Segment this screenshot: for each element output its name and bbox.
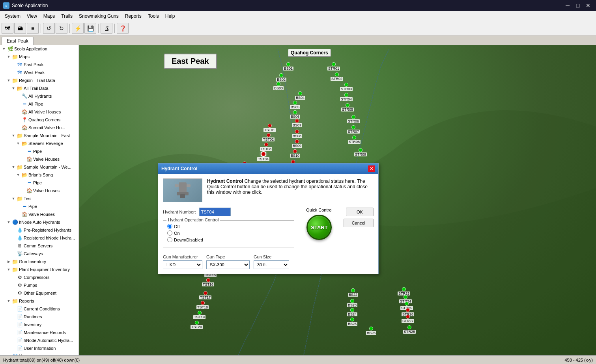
sidebar-item-hnode-auto[interactable]: 📄 hNode Automatic Hydra... — [0, 336, 78, 344]
radio-on[interactable] — [167, 230, 172, 236]
hydrant-TST02[interactable]: TST02 — [262, 133, 275, 141]
toolbar-map-btn[interactable]: 🗺 — [2, 23, 13, 34]
hydrant-TST01[interactable]: TST01 — [263, 124, 276, 132]
sidebar-item-comm-servers[interactable]: 🖥 Comm Servers — [0, 242, 78, 250]
radio-off-label[interactable]: Off — [174, 224, 179, 229]
hydrant-BS23[interactable]: BS23 — [347, 299, 357, 307]
hydrant-BS03[interactable]: BS03 — [273, 82, 284, 90]
sidebar-item-stewies[interactable]: ▼ 📂 Stewie's Revenge — [0, 139, 78, 147]
sidebar-item-pipe3[interactable]: ━ Pipe — [0, 202, 78, 210]
hydrant-BS01[interactable]: BS01 — [283, 62, 293, 71]
hydrant-STR07[interactable]: STR07 — [347, 125, 360, 134]
toolbar-bolt-btn[interactable]: ⚡ — [72, 23, 84, 34]
hydrant-BS25[interactable]: BS25 — [347, 318, 357, 326]
sidebar-item-summit[interactable]: 🏠 Summit Valve Ho... — [0, 124, 78, 132]
sidebar-item-gateways[interactable]: 📡 Gateways — [0, 250, 78, 258]
toolbar-help-btn[interactable]: ❓ — [117, 23, 129, 34]
radio-down[interactable] — [167, 237, 172, 242]
radio-on-label[interactable]: On — [174, 231, 180, 236]
toolbar-refresh-btn[interactable]: ↺ — [43, 23, 55, 34]
sidebar-item-brians[interactable]: ▼ 📂 Brian's Song — [0, 171, 78, 179]
sidebar-item-sample-west[interactable]: ▼ 📁 Sample Mountain - We... — [0, 163, 78, 171]
sidebar-item-gun-inventory[interactable]: ▶ 📁 Gun Inventory — [0, 258, 78, 266]
hydrant-BS07[interactable]: BS07 — [292, 119, 302, 127]
sidebar-item-maint[interactable]: 📄 Maintenance Records — [0, 329, 78, 336]
hydrant-BS09[interactable]: BS09 — [292, 139, 302, 148]
hydrant-STR01[interactable]: STR01 — [327, 62, 340, 71]
toolbar-mountain-btn[interactable]: 🏔 — [14, 23, 26, 34]
hydrant-BS22[interactable]: BS22 — [348, 288, 358, 297]
menu-trails[interactable]: Trails — [58, 12, 76, 20]
hydrant-BS02[interactable]: BS02 — [276, 73, 286, 82]
sidebar-item-all-trail[interactable]: ▼ 📂 All Trail Data — [0, 84, 78, 92]
sidebar-item-hnode[interactable]: ▼ 🔵 hNode Auto Hydrants — [0, 218, 78, 226]
sidebar-item-reports[interactable]: ▼ 📁 Reports — [0, 297, 78, 305]
sidebar-item-reg-hnode[interactable]: 💧 Registered hNode Hydra... — [0, 234, 78, 242]
hydrant-STR08[interactable]: STR08 — [348, 136, 361, 144]
start-button[interactable]: START — [306, 215, 332, 240]
menu-snowmaking[interactable]: Snowmaking Guns — [76, 12, 122, 20]
sidebar-item-prereg[interactable]: 💧 Pre-Registered Hydrants — [0, 226, 78, 234]
sidebar-item-all-hydrants[interactable]: 🔧 All Hydrants — [0, 92, 78, 100]
hydrant-TST04[interactable]: TST04 — [257, 151, 269, 161]
sidebar-item-east-peak[interactable]: 🗺 East Peak — [0, 61, 78, 69]
gun-manufacturer-select[interactable]: HKD — [163, 260, 202, 269]
hydrant-TST16[interactable]: TST16 — [202, 278, 214, 286]
menu-maps[interactable]: Maps — [40, 12, 58, 20]
menu-system[interactable]: System — [2, 12, 24, 20]
hydrant-BS26[interactable]: BS26 — [366, 327, 376, 335]
toolbar-save-btn[interactable]: 💾 — [84, 23, 96, 34]
hydrant-TST20[interactable]: TST20 — [191, 321, 203, 329]
sidebar-item-user-info[interactable]: 📄 User Information — [0, 344, 78, 352]
hydrant-TST19[interactable]: TST19 — [193, 311, 206, 319]
minimize-btn[interactable]: ─ — [563, 2, 572, 9]
sidebar-item-valve2[interactable]: 🏠 Valve Houses — [0, 187, 78, 195]
sidebar-item-all-pipe[interactable]: ━ All Pipe — [0, 100, 78, 108]
tab-east-peak[interactable]: East Peak — [2, 37, 34, 45]
toolbar-print-btn[interactable]: 🖨 — [101, 23, 112, 34]
sidebar-item-region[interactable]: ▼ 📁 Region - Trail Data — [0, 76, 78, 84]
sidebar-item-maps[interactable]: ▼ 📁 Maps — [0, 53, 78, 61]
sidebar-item-inventory[interactable]: 📄 Inventory — [0, 321, 78, 329]
dialog-close-btn[interactable]: ✕ — [368, 165, 375, 172]
gun-type-select[interactable]: SX-300 — [206, 260, 250, 269]
toolbar-list-btn[interactable]: ≡ — [27, 23, 39, 34]
sidebar-item-west-peak[interactable]: 🗺 West Peak — [0, 69, 78, 76]
hydrant-STR23[interactable]: STR23 — [398, 287, 410, 295]
menu-view[interactable]: View — [24, 12, 40, 20]
hydrant-STR03[interactable]: STR03 — [340, 83, 353, 91]
hydrant-STR02[interactable]: STR02 — [331, 72, 343, 81]
hydrant-TST17[interactable]: TST17 — [199, 291, 211, 299]
hydrant-TST03[interactable]: TST03 — [260, 143, 272, 151]
sidebar-item-pipe2[interactable]: ━ Pipe — [0, 179, 78, 187]
hydrant-BS08[interactable]: BS08 — [292, 130, 302, 138]
hydrant-number-input[interactable] — [199, 208, 231, 216]
sidebar-item-valve3[interactable]: 🏠 Valve Houses — [0, 210, 78, 218]
sidebar-item-pipe1[interactable]: ━ Pipe — [0, 147, 78, 155]
hydrant-STR05[interactable]: STR05 — [341, 103, 354, 111]
hydrant-BS06[interactable]: BS06 — [290, 110, 300, 119]
ok-button[interactable]: OK — [346, 208, 374, 216]
sidebar-item-current-cond[interactable]: 📄 Current Conditions — [0, 305, 78, 313]
sidebar-item-test[interactable]: ▼ 📁 Test — [0, 195, 78, 202]
hydrant-TST18[interactable]: TST18 — [196, 301, 209, 309]
sidebar-item-pumps[interactable]: ⚙ Pumps — [0, 281, 78, 289]
sidebar-item-all-valve[interactable]: 🏠 All Valve Houses — [0, 108, 78, 116]
sidebar-item-quahog[interactable]: 📍 Quahog Corners — [0, 116, 78, 124]
hydrant-BS05[interactable]: BS05 — [290, 101, 300, 109]
hydrant-STR28[interactable]: STR28 — [403, 325, 416, 334]
cancel-button[interactable]: Cancel — [344, 219, 374, 227]
hydrant-STR06[interactable]: STR06 — [347, 115, 360, 123]
toolbar-refresh2-btn[interactable]: ↻ — [56, 23, 67, 34]
sidebar-item-sample-east[interactable]: ▼ 📁 Sample Mountain - East — [0, 132, 78, 139]
radio-off[interactable] — [167, 224, 172, 229]
sidebar-item-scolo[interactable]: ▼ 🌿 Scolo Application — [0, 45, 78, 53]
sidebar-item-runtimes[interactable]: 📄 Runtimes — [0, 313, 78, 321]
sidebar-item-plant-equip[interactable]: ▼ 📁 Plant Equipment Inventory — [0, 266, 78, 273]
hydrant-BS04[interactable]: BS04 — [295, 91, 305, 100]
menu-tools[interactable]: Tools — [145, 12, 162, 20]
sidebar-item-compressors[interactable]: ⚙ Compressors — [0, 273, 78, 281]
sidebar-item-valve1[interactable]: 🏠 Valve Houses — [0, 155, 78, 163]
hydrant-BS24[interactable]: BS24 — [347, 308, 357, 316]
hydrant-STR04[interactable]: STR04 — [340, 93, 353, 101]
